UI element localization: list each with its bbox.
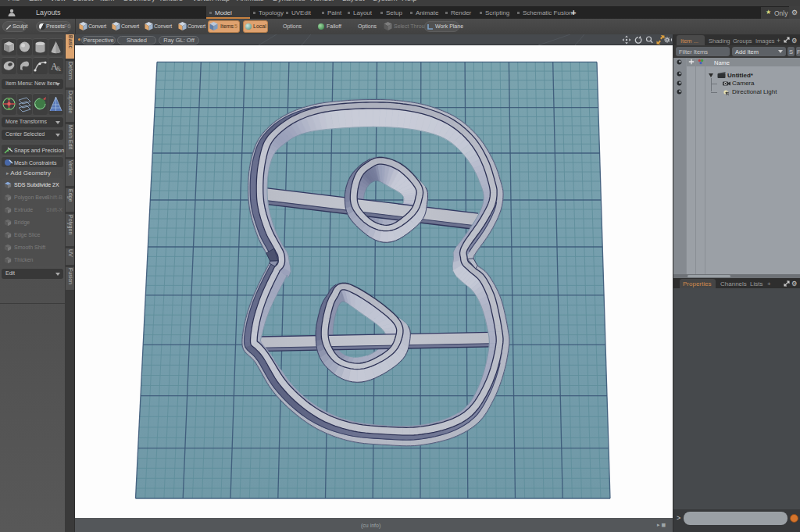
- svg-text:&: &: [56, 66, 62, 73]
